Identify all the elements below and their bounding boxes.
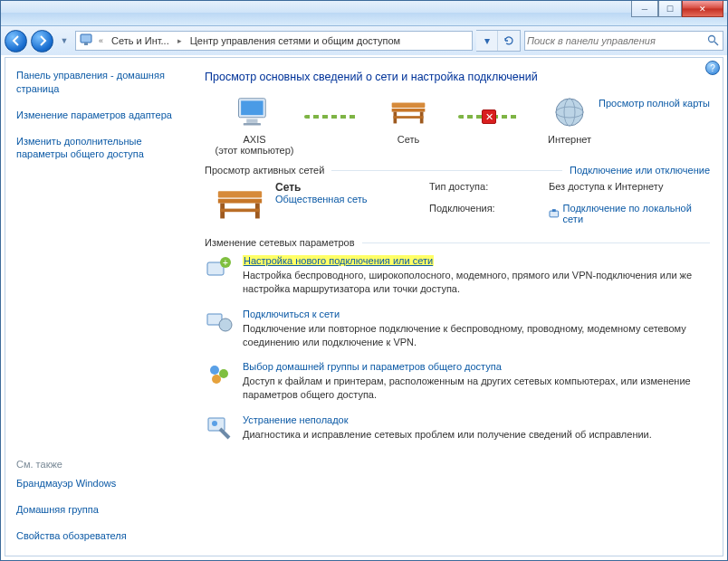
- option-desc: Подключение или повторное подключение к …: [243, 322, 695, 349]
- forward-button[interactable]: [31, 30, 53, 52]
- homegroup-icon: [205, 361, 234, 390]
- connection-link[interactable]: Подключение по локальной сети: [549, 203, 710, 224]
- svg-rect-21: [550, 211, 559, 217]
- option-title[interactable]: Настройка нового подключения или сети: [243, 255, 434, 266]
- svg-line-3: [714, 42, 718, 45]
- address-dropdown[interactable]: ▾: [476, 31, 498, 51]
- svg-point-2: [708, 35, 714, 42]
- active-networks-label: Просмотр активных сетей: [205, 165, 324, 176]
- back-button[interactable]: [5, 30, 27, 52]
- arrow-left-icon: [11, 35, 22, 46]
- rule: [331, 170, 562, 171]
- x-icon: ✕: [482, 109, 496, 124]
- computer-icon: [235, 97, 273, 128]
- see-also-label: См. также: [16, 459, 183, 470]
- network-icon: [205, 181, 275, 228]
- breadcrumb-item[interactable]: Центр управления сетями и общим доступом: [185, 32, 406, 50]
- svg-point-30: [212, 375, 221, 384]
- search-box[interactable]: [524, 31, 723, 51]
- option-desc: Настройка беспроводного, широкополосного…: [243, 269, 695, 296]
- history-dropdown[interactable]: ▼: [57, 30, 72, 52]
- connection-name: Подключение по локальной сети: [563, 203, 710, 224]
- svg-rect-0: [81, 34, 91, 43]
- connect-network-icon: [205, 309, 234, 338]
- map-inet-name: Интернет: [548, 134, 591, 145]
- address-bar[interactable]: « Сеть и Инт... ▸ Центр управления сетям…: [75, 31, 473, 51]
- connections-label: Подключения:: [429, 203, 529, 228]
- close-button[interactable]: ✕: [682, 1, 723, 17]
- svg-point-28: [210, 366, 219, 375]
- bench-icon: [388, 98, 428, 128]
- sidebar-link-firewall[interactable]: Брандмауэр Windows: [16, 477, 183, 490]
- breadcrumb-item[interactable]: Сеть и Инт...: [106, 32, 175, 50]
- options-list: + Настройка нового подключения или сети …: [205, 255, 710, 443]
- svg-point-13: [556, 99, 583, 126]
- sidebar-link-ie[interactable]: Свойства обозревателя: [16, 529, 183, 543]
- option-troubleshoot[interactable]: Устранение неполадок Диагностика и испра…: [205, 414, 710, 443]
- sidebar-link-sharing[interactable]: Изменить дополнительные параметры общего…: [16, 135, 183, 162]
- svg-rect-6: [246, 119, 257, 122]
- connect-disconnect-link[interactable]: Подключение или отключение: [570, 165, 710, 176]
- sidebar-link-adapter[interactable]: Изменение параметров адаптера: [16, 109, 183, 122]
- search-input[interactable]: [525, 35, 703, 46]
- control-panel-icon: [76, 33, 96, 48]
- sidebar-link-homegroup[interactable]: Домашняя группа: [16, 503, 183, 517]
- full-map-link[interactable]: Просмотр полной карты: [599, 98, 710, 109]
- chevron-right-icon: ▸: [175, 36, 185, 45]
- refresh-button[interactable]: [498, 31, 520, 51]
- svg-point-29: [219, 369, 228, 378]
- help-icon[interactable]: ?: [705, 61, 720, 75]
- globe-icon: [553, 96, 586, 128]
- svg-text:+: +: [223, 258, 228, 268]
- option-homegroup[interactable]: Выбор домашней группы и параметров общег…: [205, 361, 710, 402]
- search-icon[interactable]: [703, 34, 723, 48]
- sidebar: Панель управления - домашняя страница Из…: [5, 58, 192, 556]
- svg-rect-8: [392, 102, 426, 108]
- main-panel: Просмотр основных сведений о сети и наст…: [192, 58, 723, 556]
- option-desc: Диагностика и исправление сетевых пробле…: [243, 428, 652, 442]
- map-connection-line: [304, 115, 359, 119]
- svg-rect-22: [552, 209, 556, 212]
- ethernet-icon: [549, 208, 560, 219]
- maximize-button[interactable]: ☐: [658, 1, 682, 17]
- option-title[interactable]: Выбор домашней группы и параметров общег…: [243, 361, 502, 372]
- section-active-networks: Просмотр активных сетей Подключение или …: [205, 165, 710, 176]
- minimize-button[interactable]: ─: [631, 1, 658, 17]
- window-buttons: ─ ☐ ✕: [631, 1, 723, 17]
- map-net-name: Сеть: [398, 134, 419, 145]
- arrow-right-icon: [37, 35, 48, 46]
- change-settings-label: Изменение сетевых параметров: [205, 237, 355, 248]
- svg-rect-9: [392, 108, 426, 111]
- option-new-connection[interactable]: + Настройка нового подключения или сети …: [205, 255, 710, 296]
- network-details: Тип доступа: Без доступа к Интернету Под…: [429, 181, 710, 228]
- bench-icon: [214, 185, 266, 224]
- rule: [362, 242, 710, 243]
- svg-rect-5: [241, 100, 263, 115]
- svg-rect-1: [84, 43, 88, 45]
- svg-rect-12: [394, 116, 424, 119]
- map-node-network: Сеть: [359, 94, 458, 156]
- option-desc: Доступ к файлам и принтерам, расположенн…: [243, 375, 695, 402]
- window: ─ ☐ ✕ ▼ « Сеть и Инт... ▸ Центр управлен…: [0, 0, 728, 561]
- active-network-name: Сеть: [275, 181, 411, 194]
- map-connection-line: [493, 115, 520, 119]
- svg-point-27: [219, 319, 232, 331]
- refresh-icon: [503, 35, 514, 46]
- page-title: Просмотр основных сведений о сети и наст…: [205, 71, 710, 83]
- map-pc-sub: (этот компьютер): [215, 145, 293, 156]
- access-type-value: Без доступа к Интернету: [549, 181, 710, 195]
- chevron-right-icon: «: [96, 36, 106, 45]
- section-change-settings: Изменение сетевых параметров: [205, 237, 710, 248]
- new-connection-icon: +: [205, 255, 234, 284]
- option-connect-network[interactable]: Подключиться к сети Подключение или повт…: [205, 309, 710, 349]
- svg-point-32: [212, 421, 217, 426]
- access-type-label: Тип доступа:: [429, 181, 529, 195]
- map-node-pc: AXIS (этот компьютер): [205, 94, 304, 156]
- option-title[interactable]: Подключиться к сети: [243, 309, 340, 319]
- nav-row: ▼ « Сеть и Инт... ▸ Центр управления сет…: [1, 26, 727, 55]
- cp-home-link[interactable]: Панель управления - домашняя страница: [16, 69, 183, 96]
- svg-rect-16: [218, 192, 262, 198]
- option-title[interactable]: Устранение неполадок: [243, 414, 349, 425]
- svg-rect-7: [244, 122, 261, 125]
- active-network-category[interactable]: Общественная сеть: [275, 194, 411, 204]
